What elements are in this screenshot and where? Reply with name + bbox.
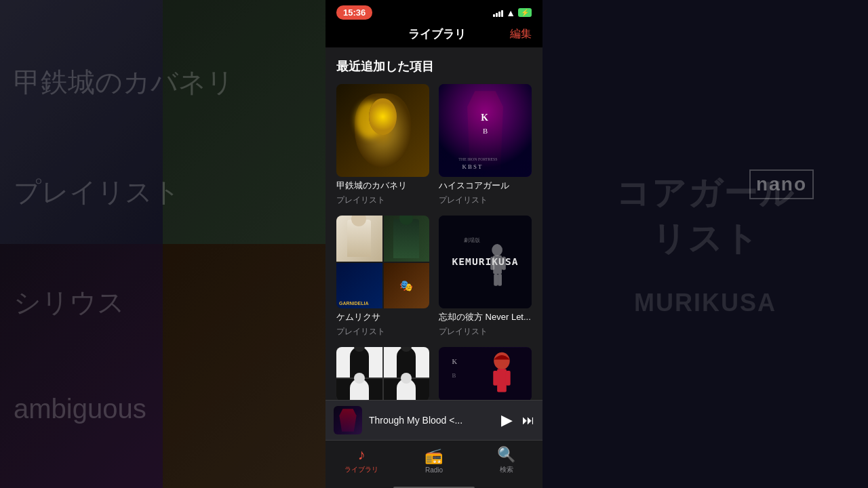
svg-rect-20	[506, 371, 511, 386]
mini-player[interactable]: Through My Blood <... ▶ ⏭	[326, 400, 542, 440]
tab-search[interactable]: 🔍 検索	[486, 446, 527, 474]
content-area: 最近追加した項目 甲鉄城のカバネリ プレイリスト	[326, 47, 542, 400]
mini-player-art	[334, 406, 362, 434]
bg-text-1: 甲鉄城のカバネリ	[14, 64, 312, 101]
playlist-type-kabaneri: プレイリスト	[336, 195, 429, 206]
nav-title: ライブラリ	[408, 26, 466, 42]
library-tab-label: ライブラリ	[344, 465, 378, 474]
battery-icon: ⚡	[518, 8, 532, 17]
playlist-art-highscore: K B THE IRON FORTRESS K B S T	[439, 84, 532, 177]
signal-bar-3	[498, 12, 500, 17]
section-title-recently-added: 最近追加した項目	[336, 58, 532, 75]
playlist-name-kemuri: ケムリクサ	[336, 311, 429, 323]
playlist-type-highscore: プレイリスト	[439, 195, 532, 206]
signal-bar-2	[496, 13, 498, 17]
playlist-art-bochiku: KEMURIKUSA 劇場版	[439, 216, 532, 308]
kemuri-quad-1	[336, 216, 382, 262]
partial-art-right[interactable]: K B	[439, 347, 532, 400]
playlist-art-kemuri: GARNIDELIA 🎭	[336, 216, 429, 308]
playlist-item-bochiku[interactable]: KEMURIKUSA 劇場版 忘却の彼方 Never Let... プレイリスト	[439, 216, 532, 338]
wifi-icon: ▲	[506, 7, 515, 18]
radio-icon: 📻	[425, 447, 443, 465]
svg-rect-12	[494, 274, 498, 286]
mini-player-title: Through My Blood <...	[369, 415, 462, 426]
search-tab-label: 検索	[500, 465, 513, 474]
bg-right-text-3: MURIKUSA	[616, 289, 795, 317]
svg-text:B: B	[483, 127, 488, 135]
background-right: コアガール リスト MURIKUSA nano	[542, 0, 868, 488]
playlist-item-kabaneri[interactable]: 甲鉄城のカバネリ プレイリスト	[336, 84, 429, 206]
svg-text:KEMURIKUSA: KEMURIKUSA	[452, 256, 518, 267]
bg-right-text-2: リスト	[616, 216, 795, 262]
playlist-type-kemuri: プレイリスト	[336, 326, 429, 338]
playlist-grid: 甲鉄城のカバネリ プレイリスト K B	[336, 84, 532, 338]
phone-frame: 15:36 ▲ ⚡ ライブラリ 編集 最近追加した項目 甲鉄城のカバネリ プレイ…	[326, 0, 542, 488]
playlist-name-kabaneri: 甲鉄城のカバネリ	[336, 180, 429, 192]
bg-text-3: シリウス	[14, 284, 312, 321]
search-icon: 🔍	[497, 446, 515, 464]
library-icon: ♪	[358, 446, 366, 464]
playlist-name-highscore: ハイスコアガール	[439, 180, 532, 192]
svg-rect-11	[502, 257, 506, 270]
signal-bar-4	[501, 10, 503, 17]
partial-art-left[interactable]	[336, 347, 429, 400]
svg-text:THE IRON FORTRESS: THE IRON FORTRESS	[458, 157, 497, 161]
kemuri-quad-2	[384, 216, 430, 262]
kemuri-quad-4: 🎭	[384, 263, 430, 309]
play-button[interactable]: ▶	[501, 411, 513, 429]
svg-text:B: B	[452, 372, 456, 379]
signal-bars-icon	[493, 9, 503, 17]
playlist-item-highscore[interactable]: K B THE IRON FORTRESS K B S T ハイスコアガール プ…	[439, 84, 532, 206]
bg-text-4: ambiguous	[14, 394, 312, 424]
svg-text:劇場版: 劇場版	[464, 237, 480, 243]
tab-bar: ♪ ライブラリ 📻 Radio 🔍 検索	[326, 440, 542, 488]
svg-rect-13	[498, 274, 502, 286]
mini-player-info: Through My Blood <...	[369, 414, 494, 426]
tab-library[interactable]: ♪ ライブラリ	[341, 446, 382, 474]
svg-text:K: K	[452, 358, 458, 365]
partial-row: K B	[336, 347, 532, 400]
status-icons: ▲ ⚡	[493, 7, 532, 18]
nav-header: ライブラリ 編集	[326, 22, 542, 47]
playlist-item-kemuri[interactable]: GARNIDELIA 🎭 ケムリクサ プレイリスト	[336, 216, 429, 338]
tab-radio[interactable]: 📻 Radio	[414, 447, 454, 474]
playlist-type-bochiku: プレイリスト	[439, 326, 532, 338]
svg-rect-18	[497, 369, 507, 392]
status-time: 15:36	[336, 5, 372, 20]
skip-forward-button[interactable]: ⏭	[522, 413, 534, 428]
svg-text:K: K	[481, 113, 490, 123]
svg-point-17	[494, 352, 509, 369]
playlist-art-kabaneri	[336, 84, 429, 177]
status-bar: 15:36 ▲ ⚡	[326, 0, 542, 22]
svg-rect-19	[493, 371, 498, 386]
playlist-name-bochiku: 忘却の彼方 Never Let...	[439, 311, 532, 323]
radio-tab-label: Radio	[425, 466, 443, 474]
svg-text:K  B  S  T: K B S T	[462, 163, 482, 170]
bg-text-2: プレイリスト	[14, 174, 312, 211]
signal-bar-1	[493, 14, 495, 17]
mini-player-controls: ▶ ⏭	[501, 411, 534, 429]
background-text-overlay: 甲鉄城のカバネリ プレイリスト シリウス ambiguous	[0, 0, 326, 488]
svg-point-8	[492, 244, 502, 256]
edit-button[interactable]: 編集	[510, 27, 532, 41]
nano-logo: nano	[749, 169, 814, 199]
svg-rect-10	[490, 257, 494, 270]
kemuri-quad-3: GARNIDELIA	[336, 263, 382, 309]
